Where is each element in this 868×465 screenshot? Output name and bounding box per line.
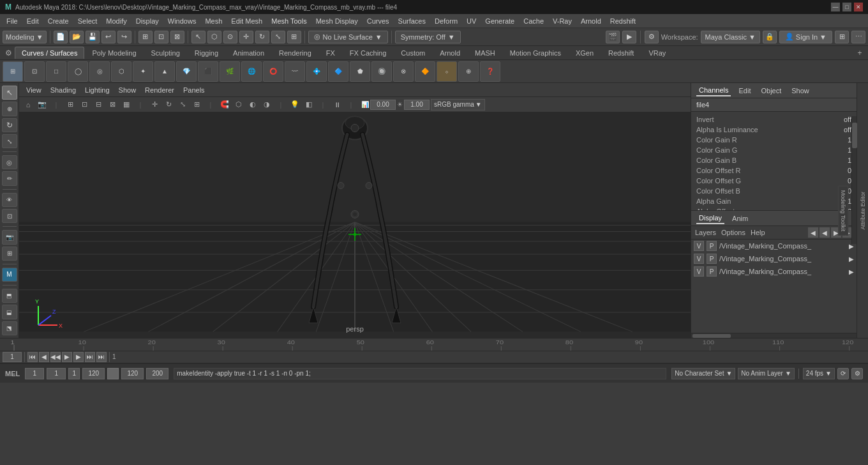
viewport-menu-lighting[interactable]: Lighting [82, 85, 113, 95]
lock-button[interactable]: 🔒 [763, 31, 777, 43]
menu-display[interactable]: Display [132, 16, 163, 26]
menu-mesh[interactable]: Mesh [201, 16, 226, 26]
title-bar-controls[interactable]: — □ ✕ [831, 3, 863, 11]
sign-in-button[interactable]: 👤 Sign In ▼ [779, 31, 832, 43]
shelf-icon-1[interactable]: ⊞ [3, 61, 23, 82]
loop-button[interactable]: ⏭ [96, 352, 107, 362]
viewport-menu-shading[interactable]: Shading [47, 85, 79, 95]
vp-icon-transform2[interactable]: ⊞ [190, 98, 203, 111]
vp-icon-grid3[interactable]: ⊟ [92, 98, 105, 111]
menu-cache[interactable]: Cache [520, 16, 548, 26]
frame-current-input[interactable] [47, 368, 66, 379]
shelf-icon-23[interactable]: ❓ [480, 61, 500, 82]
shelf-icon-15[interactable]: 💠 [306, 61, 327, 82]
play-back-button[interactable]: ◀◀ [50, 352, 61, 362]
undo-button[interactable]: ↩ [101, 31, 116, 43]
paint-select-button[interactable]: ⊙ [223, 31, 237, 43]
menu-arnold[interactable]: Arnold [577, 16, 605, 26]
transform-tool-button[interactable]: ⊞ [287, 31, 301, 43]
vp-icon-shadow[interactable]: ◧ [303, 98, 315, 111]
frame-end3-input[interactable] [146, 368, 168, 379]
frame-slider-thumb[interactable] [107, 368, 119, 379]
vp-icon-snap[interactable]: 🧲 [218, 98, 231, 111]
current-frame-input[interactable] [3, 352, 22, 362]
live-surface-button[interactable]: ◎ No Live Surface ▼ [308, 31, 388, 43]
char-set-dropdown[interactable]: No Character Set ▼ [671, 368, 735, 379]
next-frame-button[interactable]: ▶ [73, 352, 84, 362]
vp-icon-home[interactable]: ⌂ [22, 98, 34, 111]
tab-mash[interactable]: MASH [468, 47, 502, 59]
viewport-menu-renderer[interactable]: Renderer [142, 85, 177, 95]
layer-visibility-3[interactable]: V [694, 266, 704, 277]
workspace-dropdown[interactable]: Maya Classic ▼ [701, 31, 760, 43]
symmetry-button[interactable]: Symmetry: Off ▼ [395, 31, 461, 43]
shelf-icon-19[interactable]: ⊗ [393, 61, 414, 82]
shelf-icon-6[interactable]: ⬡ [111, 61, 131, 82]
channel-row-cor[interactable]: Color Offset R0 [691, 165, 857, 176]
tab-rigging[interactable]: Rigging [188, 47, 225, 59]
scale-tool[interactable]: ⤡ [2, 134, 17, 148]
frame-end2-input[interactable] [121, 368, 144, 379]
anim-layer-dropdown[interactable]: No Anim Layer ▼ [738, 368, 795, 379]
scrollbar-thumb[interactable] [852, 123, 857, 148]
maximize-button[interactable]: □ [842, 3, 851, 11]
channel-row-ag[interactable]: Alpha Gain1 [691, 196, 857, 206]
shelf-icon-16[interactable]: 🔷 [328, 61, 348, 82]
shelf-icon-11[interactable]: 🌿 [220, 61, 240, 82]
channel-row-alpha-lum[interactable]: Alpha Is Luminanceoff [691, 125, 857, 135]
vp-icon-shaded[interactable]: ◐ [246, 98, 259, 111]
gamma-dropdown[interactable]: sRGB gamma ▼ [431, 99, 485, 111]
shelf-icon-9[interactable]: 💎 [176, 61, 197, 82]
tab-custom[interactable]: Custom [394, 47, 432, 59]
vp-icon-scale2[interactable]: ⤡ [176, 98, 189, 111]
play-fwd-button[interactable]: ▶ [62, 352, 72, 362]
menu-mesh-display[interactable]: Mesh Display [312, 16, 362, 26]
layer-playback-3[interactable]: P [707, 266, 717, 277]
layer-hscroll[interactable] [691, 333, 857, 338]
channel-row-cog[interactable]: Color Offset G0 [691, 176, 857, 186]
tab-rendering[interactable]: Rendering [272, 47, 318, 59]
shelf-icon-12[interactable]: 🌐 [241, 61, 262, 82]
modeling-toolkit-label[interactable]: Modeling Toolkit [838, 185, 848, 235]
viewport-canvas[interactable]: persp X Y Z [19, 112, 691, 338]
exposure-input[interactable] [370, 100, 396, 110]
go-start-button[interactable]: ⏮ [27, 352, 38, 362]
attribute-editor-tab[interactable]: Attribute Editor [857, 83, 868, 338]
scene-time-button[interactable]: ⟳ [837, 368, 849, 379]
layer-visibility-1[interactable]: V [694, 241, 704, 251]
camera-tool[interactable]: 📷 [2, 230, 17, 244]
vp-icon-grid5[interactable]: ▦ [120, 98, 133, 111]
snap-grid-button[interactable]: ⊡ [154, 31, 168, 43]
shelf-icon-10[interactable]: ⬛ [198, 61, 218, 82]
shelf-icon-8[interactable]: ▲ [154, 61, 175, 82]
channel-row-cgb[interactable]: Color Gain B1 [691, 155, 857, 165]
menu-mesh-tools[interactable]: Mesh Tools [267, 16, 310, 26]
menu-file[interactable]: File [3, 16, 22, 26]
shelf-icon-21[interactable]: ⬦ [437, 61, 457, 82]
vp-icon-grid4[interactable]: ⊠ [106, 98, 119, 111]
menu-surfaces[interactable]: Surfaces [394, 16, 430, 26]
save-file-button[interactable]: 💾 [86, 31, 100, 43]
channels-tab[interactable]: Channels [696, 85, 731, 96]
shelf-icon-2[interactable]: ⊡ [24, 61, 45, 82]
object-tab[interactable]: Object [758, 86, 784, 96]
lasso-tool-button[interactable]: ⬡ [207, 31, 221, 43]
tab-motion-graphics[interactable]: Motion Graphics [503, 47, 568, 59]
vp-icon-wire[interactable]: ⬡ [232, 98, 245, 111]
channel-row-cgg[interactable]: Color Gain G1 [691, 145, 857, 155]
shelf-icon-17[interactable]: ⬟ [350, 61, 370, 82]
vp-icon-move[interactable]: ✛ [148, 98, 161, 111]
help-menu[interactable]: Help [751, 229, 765, 236]
select-by-name-button[interactable]: ⊞ [138, 31, 153, 43]
redo-button[interactable]: ↪ [117, 31, 131, 43]
timeline-ruler[interactable]: 1 10 20 30 40 50 60 70 80 90 100 110 120 [0, 339, 868, 351]
menu-curves[interactable]: Curves [363, 16, 393, 26]
vp-icon-cam[interactable]: 📷 [36, 98, 49, 111]
viewport-menu-view[interactable]: View [23, 85, 45, 95]
layer-nav-back2[interactable]: ◀ [819, 227, 830, 238]
brush-tool[interactable]: ✏ [2, 171, 17, 185]
shelf-icon-14[interactable]: 〰 [285, 61, 305, 82]
show-tab[interactable]: Show [789, 86, 812, 96]
move-tool[interactable]: ⊕ [2, 102, 17, 116]
layer-playback-1[interactable]: P [707, 241, 717, 251]
